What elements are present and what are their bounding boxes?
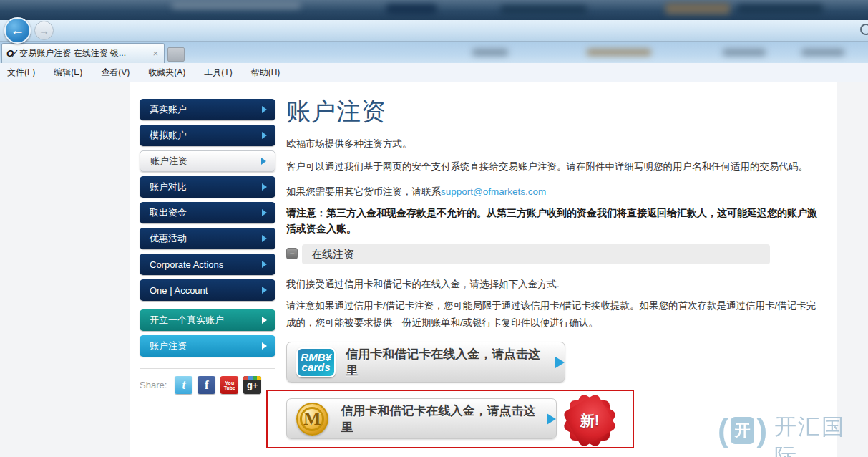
- blur-blob: [665, 3, 730, 14]
- youtube-icon-bottom: Tube: [224, 385, 235, 390]
- sidebar-item-live-account[interactable]: 真实账户: [140, 99, 275, 120]
- card-note-paragraph: 请注意如果通过信用卡/借记卡注资，您可能局限于通过该信用卡/借记卡接收提款。如果…: [286, 297, 821, 332]
- twitter-icon[interactable]: t: [175, 376, 192, 394]
- menu-help[interactable]: 帮助(H): [251, 67, 281, 79]
- share-label: Share:: [140, 380, 167, 390]
- blur-blob: [723, 49, 766, 56]
- arrow-right-icon: [262, 106, 267, 113]
- blur-blob: [472, 49, 508, 56]
- arrow-right-icon: [262, 261, 267, 268]
- rmb-cards-logo: RMB¥ cards: [296, 347, 336, 377]
- blur-blob: [501, 6, 587, 14]
- sidebar-item-withdraw-funds[interactable]: 取出资金: [140, 202, 275, 223]
- watermark-paren-left: (: [718, 412, 728, 449]
- arrow-right-icon: [262, 317, 267, 324]
- arrow-right-icon: [262, 209, 267, 216]
- sidebar-item-promotions[interactable]: 优惠活动: [140, 228, 275, 249]
- blur-blob: [386, 4, 437, 14]
- blur-blob: [801, 49, 844, 56]
- tab-close-icon[interactable]: ×: [151, 48, 160, 59]
- menu-tools[interactable]: 工具(T): [204, 67, 232, 79]
- other-currency-paragraph: 如果您需要用其它货币注资，请联系support@ofmarkets.com: [286, 184, 821, 199]
- tab-strip: O∕ 交易账户注资 在线注资 银... ×: [0, 42, 868, 63]
- blur-blob: [172, 1, 301, 9]
- collapse-icon[interactable]: −: [286, 248, 298, 259]
- menu-edit[interactable]: 编辑(E): [54, 67, 82, 79]
- share-bar: Share: t f YouTube g+: [140, 376, 261, 394]
- third-party-notice: 请注意：第三方入金和现金存款是不允许的。从第三方账户收到的资金我们将直接返回给汇…: [286, 205, 821, 236]
- menu-favorites[interactable]: 收藏夹(A): [148, 67, 185, 79]
- browser-tab[interactable]: O∕ 交易账户注资 在线注资 银... ×: [1, 43, 165, 63]
- sidebar-item-demo-account[interactable]: 模拟账户: [140, 125, 275, 146]
- page-viewport: 真实账户 模拟账户 账户注资 账户对比 取出资金 优惠活动 Corporate …: [0, 82, 868, 457]
- watermark-text: 开汇国际 www.kaifx.com: [774, 412, 868, 457]
- watermark-logo: 开: [731, 417, 755, 444]
- sidebar-item-account-funding[interactable]: 账户注资: [140, 150, 275, 172]
- arrow-right-icon: [262, 183, 267, 191]
- menu-view[interactable]: 查看(V): [101, 67, 130, 79]
- sidebar-item-account-comparison[interactable]: 账户对比: [140, 176, 275, 198]
- refresh-icon[interactable]: [860, 24, 868, 35]
- browser-window: O∕ http://china.onefinancialmarkets.com/…: [0, 0, 868, 457]
- accept-cards-paragraph: 我们接受通过信用卡和借记卡的在线入金，请选择如下入金方式.: [286, 276, 821, 292]
- sidebar-item-label: 优惠活动: [150, 232, 187, 245]
- new-badge: 新!: [570, 400, 610, 441]
- secure-payment-paragraph: 客户可以通过我们基于网页的安全支付系统直接给交易账户注资。请在附件中详细写明您的…: [286, 159, 821, 174]
- other-currency-text: 如果您需要用其它货币注资，请联系: [286, 186, 441, 197]
- tab-title: 交易账户注资 在线注资 银...: [19, 47, 151, 59]
- watermark-brand: 开汇国际: [774, 412, 868, 457]
- sidebar-item-label: One | Account: [150, 285, 208, 296]
- cta-label: 开立一个真实账户: [150, 314, 224, 327]
- support-email-link[interactable]: support@ofmarkets.com: [441, 186, 546, 197]
- blur-blob: [587, 49, 651, 56]
- sidebar-item-label: 模拟账户: [150, 129, 187, 142]
- back-button[interactable]: ←: [4, 17, 31, 44]
- intro-paragraph: 欧福市场提供多种注资方式。: [286, 136, 821, 151]
- fund-account-button[interactable]: 账户注资: [140, 335, 275, 357]
- arrow-right-icon: [261, 158, 266, 165]
- page-title: 账户注资: [286, 95, 386, 128]
- sidebar-item-label: Corporate Actions: [150, 259, 223, 270]
- tab-favicon: O∕: [6, 48, 15, 59]
- sidebar-item-one-account[interactable]: One | Account: [140, 279, 275, 301]
- play-arrow-icon: [555, 357, 565, 368]
- new-tab-button[interactable]: [167, 47, 185, 62]
- arrow-right-icon: [262, 342, 267, 350]
- facebook-icon[interactable]: f: [198, 376, 215, 394]
- watermark: ( 开 ) 开汇国际 www.kaifx.com: [718, 412, 868, 457]
- rmb-cards-funding-button[interactable]: RMB¥ cards 信用卡和借记卡在线入金，请点击这里: [286, 342, 565, 383]
- funding-button-label: 信用卡和借记卡在线入金，请点击这里: [346, 346, 550, 379]
- sidebar-item-label: 真实账户: [150, 103, 187, 116]
- rmb-logo-line2: cards: [302, 362, 331, 372]
- sidebar-item-label: 取出资金: [150, 206, 187, 219]
- blur-blob: [737, 4, 823, 14]
- browser-navbar: O∕ http://china.onefinancialmarkets.com/…: [0, 20, 868, 42]
- youtube-icon-top: You: [225, 380, 234, 385]
- open-live-account-button[interactable]: 开立一个真实账户: [140, 309, 275, 331]
- googleplus-icon[interactable]: g+: [243, 376, 261, 394]
- arrow-right-icon: [262, 132, 267, 139]
- cta-label: 账户注资: [150, 340, 187, 352]
- new-badge-text: 新!: [570, 400, 610, 441]
- online-funding-accordion-header[interactable]: 在线注资: [302, 244, 770, 264]
- sidebar-item-label: 账户对比: [150, 181, 187, 193]
- arrow-right-icon: [262, 235, 267, 242]
- sidebar-item-label: 账户注资: [150, 155, 187, 168]
- sidebar-item-corporate-actions[interactable]: Corporate Actions: [140, 254, 275, 275]
- arrow-right-icon: [262, 287, 267, 294]
- watermark-paren-right: ): [756, 412, 767, 449]
- youtube-icon[interactable]: YouTube: [220, 376, 238, 394]
- menu-bar: 文件(F) 编辑(E) 查看(V) 收藏夹(A) 工具(T) 帮助(H): [0, 63, 868, 82]
- divider: [140, 368, 275, 369]
- forward-button[interactable]: →: [34, 21, 54, 40]
- menu-file[interactable]: 文件(F): [7, 67, 35, 79]
- window-titlebar: [0, 0, 868, 20]
